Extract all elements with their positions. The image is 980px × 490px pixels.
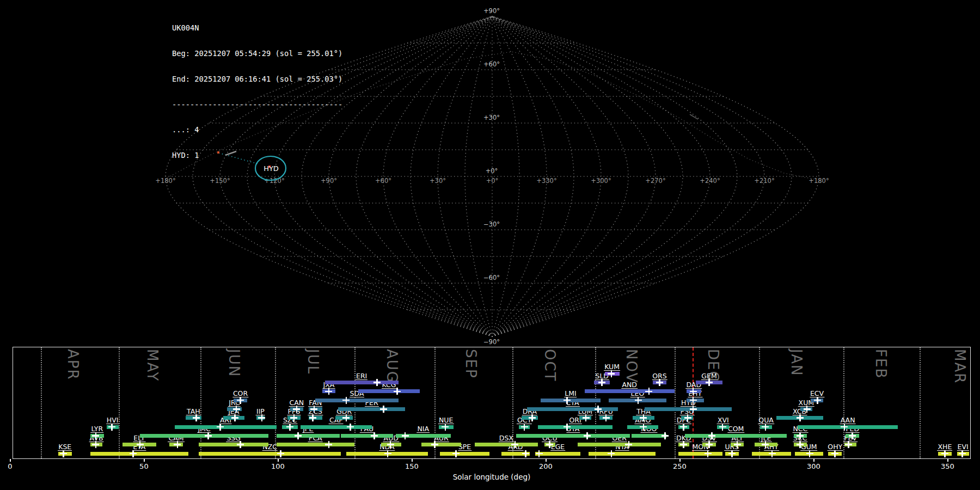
- peak-marker-szc: [286, 424, 293, 431]
- peak-cross-v: [346, 397, 347, 404]
- peak-cross-v: [687, 414, 689, 421]
- peak-cross-v: [63, 450, 64, 457]
- shower-bar-and: [585, 389, 675, 393]
- peak-marker-xvi: [719, 424, 726, 431]
- peak-cross-v: [396, 388, 398, 395]
- peak-marker-dkd: [680, 441, 687, 448]
- x-tick-0: [10, 459, 11, 462]
- peak-marker-ely: [137, 441, 144, 448]
- peak-cross-v: [312, 414, 314, 421]
- peak-cross-v: [765, 424, 767, 431]
- peak-marker-ori: [564, 424, 571, 431]
- x-tick-label-0: 0: [8, 462, 12, 470]
- peak-cross-v: [961, 450, 963, 457]
- peak-marker-sta: [584, 432, 591, 439]
- shower-bar-ssg: [199, 443, 268, 446]
- peak-cross-v: [611, 370, 612, 377]
- peak-cross-v: [346, 414, 347, 421]
- month-gridline-apr: [41, 347, 42, 458]
- shower-label-and: AND: [621, 381, 638, 389]
- peak-marker-aud: [387, 441, 394, 448]
- month-label-may: MAY: [144, 349, 161, 382]
- peak-marker-fed: [849, 432, 856, 439]
- peak-marker-tha: [640, 414, 647, 421]
- shower-bar-per: [338, 407, 405, 411]
- x-tick-label-150: 150: [405, 462, 419, 470]
- peak-marker-mon: [705, 450, 712, 457]
- peak-marker-oer: [625, 441, 632, 448]
- peak-cross-v: [177, 441, 179, 448]
- peak-marker-xhe: [941, 450, 948, 457]
- peak-cross-v: [848, 441, 849, 448]
- peak-cross-v: [207, 432, 209, 439]
- peak-cross-v: [597, 406, 599, 413]
- peak-marker-jpe: [295, 432, 302, 439]
- peak-cross-v: [390, 441, 391, 448]
- shower-bar-pau: [341, 434, 393, 438]
- peak-marker-pca: [325, 441, 332, 448]
- peak-cross-v: [611, 450, 612, 457]
- x-tick-label-50: 50: [139, 462, 149, 470]
- peak-marker-dad: [690, 388, 697, 395]
- month-label-apr: APR: [65, 349, 81, 381]
- peak-cross-v: [806, 406, 808, 413]
- peak-cross-v: [538, 450, 540, 457]
- month-label-mar: MAR: [952, 349, 968, 384]
- peak-marker-per: [380, 406, 387, 413]
- peak-marker-kse: [60, 450, 67, 457]
- peak-marker-kcg: [394, 388, 401, 395]
- peak-marker-oct: [521, 424, 528, 431]
- peak-marker-aan: [841, 424, 848, 431]
- peak-cross-v: [566, 424, 568, 431]
- peak-marker-gum: [806, 450, 813, 457]
- peak-marker-xum: [804, 406, 811, 413]
- month-gridline-aug: [354, 347, 356, 458]
- peak-cross-v: [314, 406, 315, 413]
- shower-bar-eri: [325, 381, 399, 384]
- peak-cross-v: [455, 450, 457, 457]
- month-label-jan: JAN: [788, 349, 805, 376]
- peak-cross-v: [844, 424, 846, 431]
- peak-marker-ssg: [237, 441, 244, 448]
- peak-marker-qua: [762, 424, 769, 431]
- peak-marker-ehy: [690, 397, 697, 404]
- peak-marker-lum: [583, 414, 590, 421]
- month-label-jul: JUL: [305, 349, 321, 375]
- peak-cross-v: [240, 397, 241, 404]
- peak-marker-eta: [130, 450, 137, 457]
- peak-marker-amo: [640, 424, 647, 431]
- month-label-oct: OCT: [542, 349, 558, 382]
- shower-bar-oer: [578, 443, 661, 446]
- peak-cross-v: [566, 397, 568, 404]
- peak-marker-ard: [522, 450, 529, 457]
- peak-cross-v: [549, 441, 550, 448]
- peak-cross-v: [707, 450, 709, 457]
- peak-marker-nta: [608, 450, 615, 457]
- peak-cross-v: [693, 397, 694, 404]
- month-gridline-may: [119, 347, 120, 458]
- peak-cross-v: [405, 432, 406, 439]
- peak-marker-evi: [959, 450, 966, 457]
- peak-cross-v: [586, 432, 588, 439]
- peak-marker-eri: [373, 379, 381, 386]
- shower-label-nia: NIA: [417, 425, 430, 433]
- x-tick-300: [813, 459, 814, 462]
- peak-marker-noo: [661, 432, 669, 439]
- month-gridline-jun: [200, 347, 201, 458]
- peak-marker-iip: [258, 414, 265, 421]
- peak-cross-v: [664, 432, 666, 439]
- peak-cross-v: [111, 424, 113, 431]
- peak-cross-v: [683, 424, 684, 431]
- peak-cross-v: [236, 406, 237, 413]
- peak-cross-v: [601, 379, 603, 386]
- peak-cross-v: [445, 424, 446, 431]
- peak-cross-v: [296, 406, 298, 413]
- x-tick-label-100: 100: [271, 462, 285, 470]
- peak-cross-v: [514, 441, 516, 448]
- peak-cross-v: [683, 441, 684, 448]
- shower-bar-jpe: [277, 434, 340, 438]
- shower-bar-aur: [421, 443, 462, 446]
- shower-label-com: COM: [727, 425, 744, 433]
- month-label-sep: SEP: [463, 349, 479, 379]
- peak-marker-cap: [347, 424, 354, 431]
